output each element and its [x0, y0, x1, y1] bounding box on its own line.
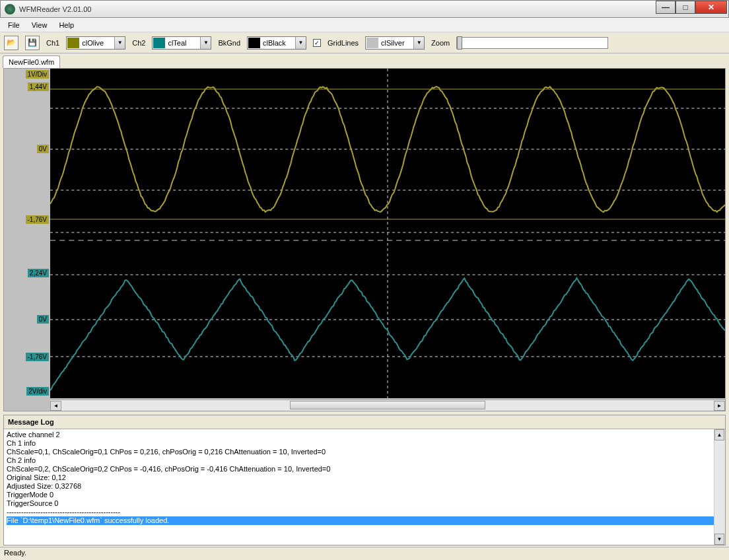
scroll-left-icon[interactable]: ◄	[50, 401, 61, 411]
save-button[interactable]: 💾	[25, 36, 40, 50]
bkgnd-label: BkGnd	[218, 39, 240, 47]
chevron-down-icon: ▼	[413, 37, 424, 49]
log-line[interactable]: Ch 2 info	[7, 456, 722, 465]
zoom-slider[interactable]	[456, 37, 608, 49]
open-button[interactable]: 📂	[4, 36, 18, 50]
grid-color-combo[interactable]: clSilver ▼	[365, 36, 425, 50]
bkgnd-color-combo[interactable]: clBlack ▼	[247, 36, 306, 50]
chevron-down-icon: ▼	[114, 37, 125, 49]
scroll-down-icon[interactable]: ▼	[714, 534, 724, 545]
log-line[interactable]: TriggerMode 0	[7, 491, 722, 499]
log-line[interactable]: Ch 1 info	[7, 439, 722, 448]
status-text: Ready.	[4, 549, 26, 557]
close-button[interactable]: ✕	[695, 1, 727, 14]
menu-bar: File View Help	[0, 18, 729, 32]
log-line[interactable]: Active channel 2	[7, 431, 722, 439]
ch2-color-combo[interactable]: clTeal ▼	[152, 36, 211, 50]
menu-view[interactable]: View	[26, 19, 53, 31]
zoom-thumb[interactable]	[457, 36, 462, 50]
ch2-color-text: clTeal	[166, 39, 200, 47]
ch2-min-label: -1,76V	[26, 353, 49, 361]
message-log-body[interactable]: Active channel 2Ch 1 infoChScale=0,1, Ch…	[4, 429, 725, 545]
plot-area: 1V/Div 1,44V 0V -1,76V 2,24V 0V -1,76V 2…	[3, 68, 726, 411]
gridlines-label: GridLines	[328, 39, 359, 47]
log-line[interactable]: File `D:\temp1\NewFile0.wfm` successfull…	[7, 516, 722, 525]
tab-bar: NewFile0.wfm	[0, 53, 729, 68]
minimize-button[interactable]: ―	[656, 1, 676, 14]
ch1-scale-label: 1V/Div	[26, 70, 49, 79]
folder-open-icon: 📂	[7, 38, 16, 47]
file-tab[interactable]: NewFile0.wfm	[3, 55, 60, 68]
app-icon	[5, 4, 15, 15]
log-line[interactable]: Original Size: 0,12	[7, 473, 722, 482]
ch1-zero-label: 0V	[37, 145, 49, 153]
menu-file[interactable]: File	[3, 19, 25, 31]
horizontal-scrollbar[interactable]: ◄ ►	[50, 400, 725, 411]
ch1-min-label: -1,76V	[26, 215, 49, 224]
axis-gutter: 1V/Div 1,44V 0V -1,76V 2,24V 0V -1,76V 2…	[4, 69, 50, 398]
grid-swatch	[366, 38, 378, 48]
bkgnd-swatch	[248, 38, 260, 48]
ch2-swatch	[153, 38, 165, 48]
log-line[interactable]: ChScale=0,2, ChScaleOrig=0,2 ChPos = -0,…	[7, 465, 722, 473]
gridlines-checkbox[interactable]: ✓	[313, 39, 321, 47]
ch1-swatch	[67, 38, 79, 48]
title-bar: WFMReader V2.01.00 ― □ ✕	[0, 0, 729, 18]
zoom-label: Zoom	[431, 39, 450, 47]
ch1-color-combo[interactable]: clOlive ▼	[66, 36, 125, 50]
vertical-scrollbar[interactable]: ▲ ▼	[714, 429, 725, 545]
ch2-zero-label: 0V	[37, 315, 49, 324]
log-line[interactable]: ChScale=0,1, ChScaleOrig=0,1 ChPos = 0,2…	[7, 448, 722, 456]
ch1-label: Ch1	[46, 39, 59, 47]
scroll-thumb[interactable]	[290, 401, 485, 409]
log-line[interactable]: Adjusted Size: 0,32768	[7, 482, 722, 491]
message-log-panel: Message Log Active channel 2Ch 1 infoChS…	[3, 415, 726, 545]
log-line[interactable]: ----------------------------------------…	[7, 508, 722, 516]
scroll-up-icon[interactable]: ▲	[714, 429, 724, 440]
log-line[interactable]: TriggerSource 0	[7, 499, 722, 508]
grid-color-text: clSilver	[379, 39, 413, 47]
toolbar: 📂 💾 Ch1 clOlive ▼ Ch2 clTeal ▼ BkGnd clB…	[0, 32, 729, 53]
ch1-color-text: clOlive	[80, 39, 114, 47]
chevron-down-icon: ▼	[295, 37, 306, 49]
maximize-button[interactable]: □	[676, 1, 695, 14]
ch2-scale-label: 2V/div	[26, 387, 49, 396]
menu-help[interactable]: Help	[53, 19, 79, 31]
window-title: WFMReader V2.01.00	[19, 5, 91, 13]
scroll-track[interactable]	[61, 401, 714, 411]
ch2-max-label: 2,24V	[28, 269, 49, 277]
ch2-label: Ch2	[132, 39, 145, 47]
status-bar: Ready.	[0, 547, 729, 560]
ch1-max-label: 1,44V	[28, 83, 49, 91]
chevron-down-icon: ▼	[200, 37, 211, 49]
oscilloscope-canvas[interactable]	[50, 69, 725, 398]
bkgnd-color-text: clBlack	[261, 39, 295, 47]
save-icon: 💾	[28, 38, 37, 47]
scroll-right-icon[interactable]: ►	[714, 401, 725, 411]
message-log-title: Message Log	[4, 415, 725, 429]
